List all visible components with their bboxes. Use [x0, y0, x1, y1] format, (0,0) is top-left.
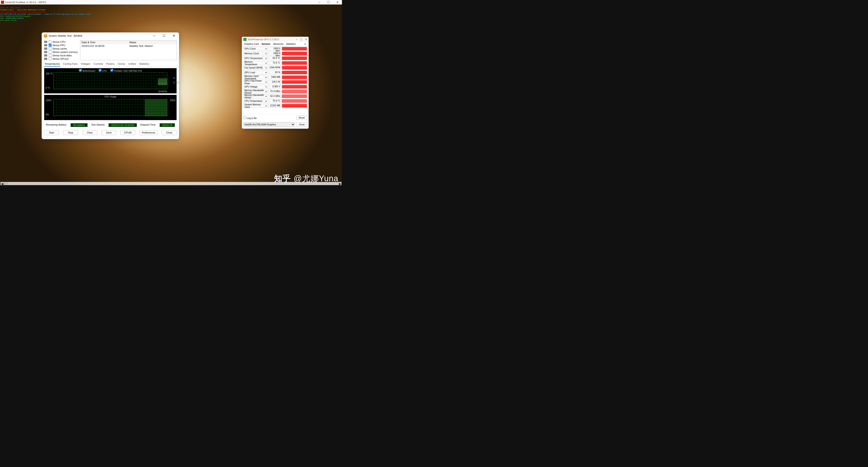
- tab-unified[interactable]: Unified: [128, 62, 136, 66]
- sensor-value: 0.905 V: [269, 85, 281, 89]
- y-top: 100%: [46, 99, 52, 101]
- clear-button[interactable]: Clear: [82, 130, 97, 135]
- chevron-down-icon[interactable]: ▾: [266, 95, 267, 97]
- cpuid-button[interactable]: CPUID: [120, 130, 135, 135]
- chevron-down-icon[interactable]: ▾: [266, 100, 267, 102]
- window-controls: ─ ☐ ✕: [315, 0, 342, 4]
- stress-cache-checkbox[interactable]: Stress cache: [44, 47, 78, 50]
- reset-button[interactable]: Reset: [296, 115, 307, 120]
- sensor-label[interactable]: GPU Voltage▾: [243, 85, 268, 89]
- sensor-label[interactable]: Memory Clock▾: [243, 52, 268, 55]
- sensor-label[interactable]: Memory Temperature▾: [243, 61, 268, 65]
- tab-currents[interactable]: Currents: [93, 62, 103, 66]
- minimize-button[interactable]: ─: [315, 0, 324, 4]
- sensor-label[interactable]: Fan Speed (RPM)▾: [243, 66, 268, 70]
- scroll-right-icon[interactable]: ►: [338, 182, 341, 185]
- tab-fans[interactable]: Cooling Fans: [62, 62, 78, 66]
- cpu-usage-title: CPU Usage: [44, 95, 177, 98]
- sensor-row: System Memory Used▾12102 MB: [242, 104, 308, 108]
- tab-voltages[interactable]: Voltages: [80, 62, 91, 66]
- aida-close-button[interactable]: Close: [162, 130, 177, 135]
- chevron-down-icon[interactable]: ▾: [266, 76, 267, 79]
- sensor-row: Memory Temperature▾72.0 °C: [242, 61, 308, 65]
- sensor-label[interactable]: System Memory Used▾: [243, 104, 268, 108]
- chevron-down-icon[interactable]: ▾: [266, 57, 267, 59]
- maximize-button[interactable]: ☐: [324, 0, 333, 4]
- stress-fpu-checkbox[interactable]: Stress FPU: [44, 44, 78, 47]
- tab-graphics-card[interactable]: Graphics Card: [244, 42, 259, 46]
- chevron-down-icon[interactable]: ▾: [266, 67, 267, 69]
- sensor-graph: [282, 99, 307, 103]
- aida-minimize-button[interactable]: ─: [151, 34, 157, 37]
- gpuz-icon: [243, 38, 247, 41]
- stress-cpu-checkbox[interactable]: Stress CPU: [44, 40, 78, 43]
- gpuz-maximize-button[interactable]: ☐: [300, 38, 303, 41]
- aida64-window: System Stability Test - AIDA64 ─ ☐ ✕ Str…: [41, 32, 179, 139]
- tab-statistics[interactable]: Statistics: [138, 62, 150, 66]
- sensor-value: 1546 RPM: [269, 66, 281, 70]
- aida64-titlebar[interactable]: System Stability Test - AIDA64 ─ ☐ ✕: [42, 33, 179, 39]
- gpu-device-select[interactable]: Intel(R) Arc(TM) A580 Graphics: [243, 122, 295, 127]
- sensor-row: GPU Voltage▾0.905 V: [242, 84, 308, 89]
- scroll-thumb[interactable]: [4, 182, 8, 185]
- stop-button[interactable]: Stop: [63, 130, 78, 135]
- aida-status-bar: Remaining Battery: No battery Test Start…: [42, 121, 179, 129]
- sensor-label[interactable]: Memory Bandwidth (Read)▾: [243, 90, 268, 93]
- battery-label: Remaining Battery:: [46, 123, 67, 127]
- stress-mem-checkbox[interactable]: Stress system memory: [44, 51, 78, 53]
- close-button[interactable]: ✕: [333, 0, 342, 4]
- tab-validation[interactable]: Validation: [285, 42, 296, 46]
- teststart-label: Test Started:: [91, 123, 105, 127]
- sensor-graph: [282, 104, 307, 108]
- sensor-value: 83 %: [269, 70, 281, 75]
- sensor-row: GPU Chip Power Draw▾134.2 W: [242, 80, 308, 84]
- sensor-value: 1950.0 MHz: [269, 47, 281, 51]
- stress-gpus-checkbox[interactable]: Stress GPU(s): [44, 57, 78, 60]
- start-button[interactable]: Start: [44, 130, 59, 135]
- chevron-down-icon[interactable]: ▾: [266, 62, 267, 64]
- chevron-down-icon[interactable]: ▾: [266, 53, 267, 55]
- sensor-label[interactable]: GPU Chip Power Draw▾: [243, 80, 268, 84]
- hamburger-icon[interactable]: ≡: [304, 42, 307, 46]
- stress-disks-checkbox[interactable]: Stress local disks: [44, 54, 78, 57]
- sensor-label[interactable]: Memory Used (Dedicated)▾: [243, 75, 268, 79]
- sensor-label[interactable]: CPU Temperature▾: [243, 99, 268, 103]
- sensor-graph: [282, 80, 307, 84]
- tab-temperatures[interactable]: Temperatures: [44, 62, 60, 66]
- sensor-label[interactable]: GPU Load▾: [243, 70, 268, 75]
- y-bot: 0%: [46, 113, 49, 116]
- aida-close-button[interactable]: ✕: [171, 34, 177, 37]
- sensor-label[interactable]: GPU Clock▾: [243, 47, 268, 51]
- chevron-down-icon[interactable]: ▾: [266, 86, 267, 88]
- chevron-down-icon[interactable]: ▾: [266, 48, 267, 50]
- preferences-button[interactable]: Preferences: [140, 130, 158, 135]
- cpu-icon: [44, 41, 47, 43]
- elapsed-label: Elapsed Time:: [141, 123, 156, 127]
- chevron-down-icon[interactable]: ▾: [266, 71, 267, 74]
- sensor-value: 75.9 °C: [269, 99, 281, 103]
- tab-powers[interactable]: Powers: [105, 62, 115, 66]
- scroll-left-icon[interactable]: ◄: [0, 182, 4, 185]
- chevron-down-icon[interactable]: ▾: [266, 81, 267, 83]
- chevron-down-icon[interactable]: ▾: [266, 105, 267, 107]
- tab-clocks[interactable]: Clocks: [117, 62, 126, 66]
- legend-ssd[interactable]: Predator SSD GM7000 4TB: [111, 70, 142, 72]
- gpuz-titlebar[interactable]: TechPowerUp GPU-Z 2.55.0 ─ ☐ ✕: [242, 37, 308, 42]
- log-to-file-checkbox[interactable]: Log to file: [243, 116, 257, 119]
- sensor-label[interactable]: GPU Temperature▾: [243, 56, 268, 60]
- save-button[interactable]: Save: [101, 130, 116, 135]
- tab-sensors[interactable]: Sensors: [261, 42, 271, 46]
- gpuz-close-bottom-button[interactable]: Close: [296, 122, 307, 127]
- legend-cpu[interactable]: CPU: [99, 70, 107, 72]
- legend-motherboard[interactable]: Motherboard: [79, 70, 95, 72]
- aida-maximize-button[interactable]: ☐: [161, 34, 167, 37]
- tab-advanced[interactable]: Advanced: [273, 42, 284, 46]
- chevron-down-icon[interactable]: ▾: [266, 90, 267, 93]
- sensor-graph: [282, 61, 307, 65]
- gpuz-minimize-button[interactable]: ─: [296, 38, 298, 41]
- horizontal-scrollbar[interactable]: ◄ ►: [0, 182, 341, 185]
- gpuz-window: TechPowerUp GPU-Z 2.55.0 ─ ☐ ✕ Graphics …: [242, 37, 309, 129]
- sensor-label[interactable]: Memory Bandwidth (Write)▾: [243, 94, 268, 98]
- gpuz-close-button[interactable]: ✕: [305, 38, 307, 41]
- log-header-datetime: Date & Time: [80, 40, 128, 44]
